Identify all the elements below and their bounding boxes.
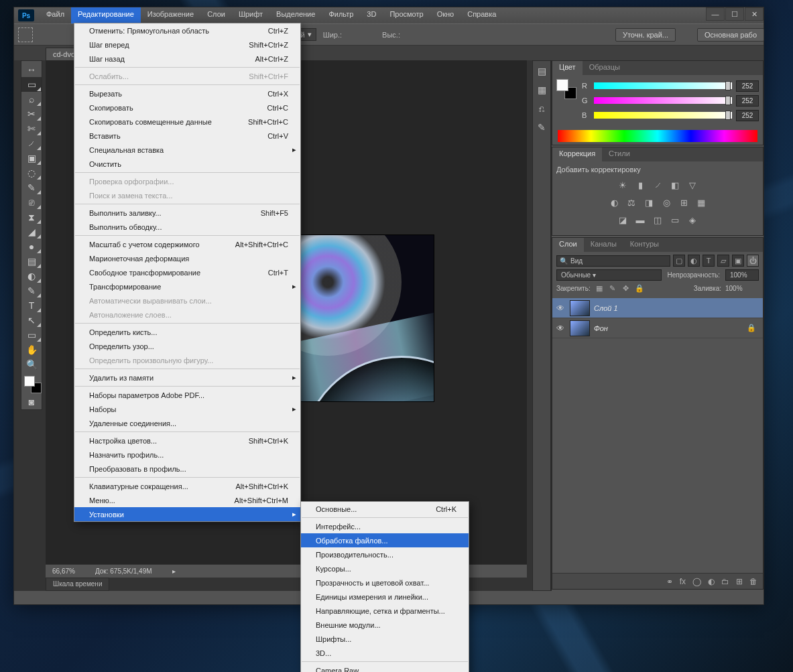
layer-blend-select[interactable]: Обычные ▾: [556, 269, 662, 281]
brush-panel-icon[interactable]: ✎: [533, 119, 550, 136]
layer-mask-icon[interactable]: ◯: [692, 577, 701, 586]
menu-справка[interactable]: Справка: [461, 7, 503, 23]
bw-icon[interactable]: ◨: [643, 196, 655, 208]
menu-item[interactable]: Удалить из памяти: [74, 371, 300, 385]
refine-edge-button[interactable]: Уточн. край...: [615, 28, 676, 42]
menu-item[interactable]: Установки: [74, 507, 300, 521]
menu-item[interactable]: Определить кисть...: [74, 325, 300, 339]
swatches-panel-icon[interactable]: ▦: [533, 81, 550, 98]
menu-item[interactable]: Обработка файлов...: [301, 533, 469, 547]
tool-17[interactable]: ↖: [21, 313, 42, 328]
lock-pixels-icon[interactable]: ✎: [608, 283, 617, 293]
adjustment-layer-icon[interactable]: ◐: [708, 577, 715, 586]
g-value[interactable]: 252: [736, 95, 759, 107]
tab-adjustments[interactable]: Коррекция: [552, 147, 602, 161]
menu-item[interactable]: Интерфейс...: [301, 519, 469, 533]
fill-input[interactable]: 100%: [725, 285, 759, 292]
b-slider[interactable]: [594, 112, 732, 119]
menu-item[interactable]: Трансформирование: [74, 279, 300, 293]
tool-4[interactable]: ✄: [21, 121, 42, 136]
selective-color-icon[interactable]: ◈: [686, 214, 698, 226]
menu-item[interactable]: ВырезатьCtrl+X: [74, 86, 300, 100]
filter-toggle[interactable]: ⏻: [747, 255, 759, 267]
menu-item[interactable]: Прозрачность и цветовой охват...: [301, 576, 469, 590]
menu-item[interactable]: Марионеточная деформация: [74, 251, 300, 265]
photo-filter-icon[interactable]: ◎: [660, 196, 672, 208]
menu-item[interactable]: Внешние модули...: [301, 618, 469, 632]
layer-item[interactable]: 👁Фон🔒: [552, 318, 763, 338]
menu-просмотр[interactable]: Просмотр: [383, 7, 430, 23]
menu-item[interactable]: Наборы: [74, 402, 300, 416]
tool-15[interactable]: ✎: [21, 283, 42, 298]
menu-фильтр[interactable]: Фильтр: [322, 7, 360, 23]
menu-item[interactable]: Производительность...: [301, 547, 469, 561]
menu-item[interactable]: Меню...Alt+Shift+Ctrl+M: [74, 493, 300, 507]
menu-item[interactable]: Отменить: Прямоугольная областьCtrl+Z: [74, 23, 300, 38]
menu-редактирование[interactable]: Редактирование: [71, 7, 141, 23]
menu-item[interactable]: Выполнить заливку...Shift+F5: [74, 206, 300, 220]
tool-20[interactable]: 🔍: [21, 357, 42, 372]
balance-icon[interactable]: ⚖: [625, 196, 637, 208]
tool-9[interactable]: ⎚: [21, 195, 42, 210]
tab-paths[interactable]: Контуры: [623, 238, 666, 252]
layer-thumbnail[interactable]: [570, 300, 590, 316]
tab-styles[interactable]: Стили: [602, 147, 637, 161]
menu-3d[interactable]: 3D: [360, 7, 383, 23]
tool-10[interactable]: ⧗: [21, 210, 42, 224]
zoom-level[interactable]: 66,67%: [52, 567, 75, 575]
menu-item[interactable]: Наборы параметров Adobe PDF...: [74, 388, 300, 402]
layer-thumbnail[interactable]: [570, 320, 590, 336]
filter-type-icon[interactable]: T: [703, 255, 715, 267]
menu-item[interactable]: Выполнить обводку...: [74, 220, 300, 234]
vibrance-icon[interactable]: ▽: [686, 179, 698, 191]
lock-position-icon[interactable]: ✥: [621, 283, 631, 293]
tool-5[interactable]: ⟋: [21, 136, 42, 151]
menu-item[interactable]: Шрифты...: [301, 632, 469, 646]
b-value[interactable]: 252: [736, 110, 759, 121]
layer-filter-select[interactable]: 🔍 Вид: [556, 255, 670, 267]
tool-14[interactable]: ◐: [21, 269, 42, 283]
tab-channels[interactable]: Каналы: [584, 238, 623, 252]
filter-adjust-icon[interactable]: ◐: [688, 255, 700, 267]
levels-icon[interactable]: ▮: [634, 179, 646, 191]
menu-item[interactable]: Шаг назадAlt+Ctrl+Z: [74, 52, 300, 66]
opacity-input[interactable]: 100%: [725, 269, 759, 281]
menu-изображение[interactable]: Изображение: [141, 7, 200, 23]
exposure-icon[interactable]: ◧: [669, 179, 681, 191]
workspace-button[interactable]: Основная рабо: [697, 28, 764, 42]
lock-transparent-icon[interactable]: ▦: [595, 283, 604, 293]
menu-item[interactable]: Преобразовать в профиль...: [74, 462, 300, 476]
threshold-icon[interactable]: ◫: [652, 214, 664, 226]
tool-2[interactable]: ⌕: [21, 92, 42, 107]
hue-icon[interactable]: ◐: [608, 196, 620, 208]
menu-item[interactable]: Назначить профиль...: [74, 448, 300, 462]
menu-item[interactable]: Единицы измерения и линейки...: [301, 590, 469, 604]
menu-item[interactable]: Свободное трансформированиеCtrl+T: [74, 265, 300, 279]
brightness-icon[interactable]: ☀: [617, 179, 629, 191]
layer-fx-icon[interactable]: fx: [680, 577, 686, 586]
menu-item[interactable]: Курсоры...: [301, 561, 469, 576]
curves-icon[interactable]: ⟋: [652, 179, 664, 191]
minimize-button[interactable]: —: [706, 7, 725, 21]
menu-item[interactable]: Основные...Ctrl+K: [301, 502, 469, 516]
tool-18[interactable]: ▭: [21, 328, 42, 342]
menu-item[interactable]: Удаленные соединения...: [74, 416, 300, 430]
tool-16[interactable]: T: [21, 298, 42, 313]
invert-icon[interactable]: ◪: [617, 214, 629, 226]
tool-3[interactable]: ✂: [21, 107, 42, 121]
r-slider[interactable]: [594, 82, 732, 89]
fg-bg-color[interactable]: [23, 375, 43, 395]
libraries-panel-icon[interactable]: ⎌: [533, 100, 550, 117]
marquee-icon[interactable]: [18, 27, 33, 42]
layer-group-icon[interactable]: 🗀: [721, 577, 729, 586]
visibility-icon[interactable]: 👁: [555, 304, 566, 313]
menu-файл[interactable]: Файл: [40, 7, 71, 23]
tool-6[interactable]: ▣: [21, 151, 42, 165]
maximize-button[interactable]: ☐: [725, 7, 744, 21]
chevron-right-icon[interactable]: ▸: [172, 567, 176, 575]
menu-слои[interactable]: Слои: [200, 7, 232, 23]
tool-7[interactable]: ◌: [21, 165, 42, 180]
lookup-icon[interactable]: ▦: [695, 196, 707, 208]
tool-11[interactable]: ◢: [21, 224, 42, 239]
r-value[interactable]: 252: [736, 80, 759, 92]
